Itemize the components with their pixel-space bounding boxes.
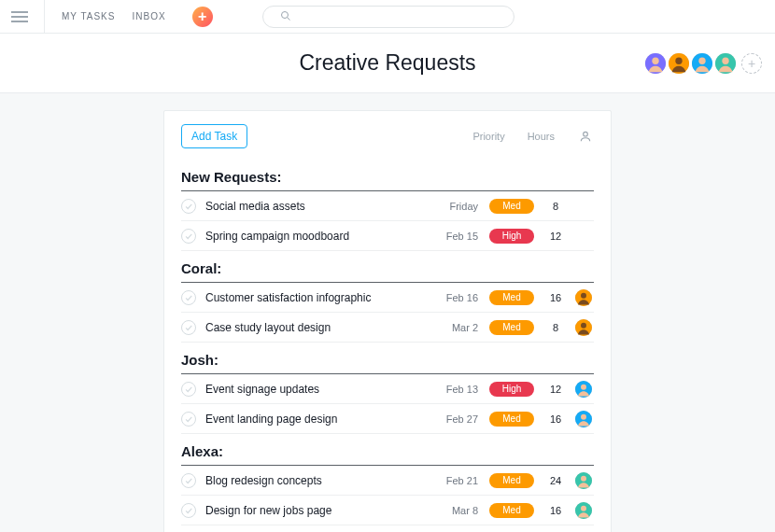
- complete-check-icon[interactable]: [181, 290, 196, 305]
- svg-point-3: [652, 57, 658, 63]
- svg-point-14: [581, 322, 586, 328]
- svg-point-22: [581, 505, 586, 511]
- task-name[interactable]: Blog redesign concepts: [205, 474, 433, 487]
- svg-point-0: [281, 11, 288, 18]
- top-nav: MY TASKS INBOX +: [0, 0, 775, 34]
- task-hours: 12: [543, 231, 568, 242]
- hamburger-menu-icon[interactable]: [11, 0, 45, 33]
- task-name[interactable]: Event signage updates: [205, 383, 433, 396]
- nav-inbox[interactable]: INBOX: [132, 11, 165, 21]
- priority-pill[interactable]: Med: [489, 199, 534, 214]
- task-row[interactable]: Case study layout design Mar 2 Med 8: [181, 313, 594, 343]
- member-avatar[interactable]: [715, 53, 736, 74]
- assignee-avatar[interactable]: [575, 411, 592, 427]
- add-task-button[interactable]: Add Task: [181, 124, 247, 148]
- section-title[interactable]: New Requests:: [181, 160, 594, 191]
- card-header: Add Task Priority Hours: [181, 124, 594, 148]
- task-hours: 8: [543, 201, 568, 212]
- task-due-date: Mar 8: [433, 505, 478, 516]
- task-due-date: Friday: [433, 201, 478, 212]
- task-name[interactable]: Social media assets: [205, 200, 433, 213]
- add-member-button[interactable]: +: [741, 53, 762, 74]
- task-due-date: Mar 2: [433, 322, 478, 333]
- priority-pill[interactable]: Med: [489, 503, 534, 518]
- svg-point-10: [584, 132, 588, 136]
- priority-pill[interactable]: Med: [489, 290, 534, 305]
- svg-point-12: [581, 292, 586, 298]
- task-board: Add Task Priority Hours New Requests: So…: [163, 110, 612, 532]
- complete-check-icon[interactable]: [181, 473, 196, 488]
- task-row[interactable]: Volunteer event poster Mar 30 Low 4: [181, 525, 594, 532]
- col-assignee-icon: [577, 130, 594, 143]
- task-row[interactable]: Design for new jobs page Mar 8 Med 16: [181, 496, 594, 525]
- page-title: Creative Requests: [299, 50, 475, 76]
- task-name[interactable]: Customer satisfaction infographic: [205, 291, 433, 304]
- task-due-date: Feb 27: [433, 413, 478, 425]
- task-name[interactable]: Event landing page design: [205, 413, 433, 426]
- task-hours: 12: [543, 384, 568, 395]
- member-avatar[interactable]: [669, 53, 689, 74]
- svg-point-5: [675, 57, 682, 63]
- column-headers: Priority Hours: [472, 130, 594, 143]
- nav-my-tasks[interactable]: MY TASKS: [62, 11, 115, 21]
- task-row[interactable]: Blog redesign concepts Feb 21 Med 24: [181, 466, 594, 496]
- task-name[interactable]: Case study layout design: [205, 321, 433, 334]
- section-title[interactable]: Alexa:: [181, 434, 594, 466]
- col-priority: Priority: [472, 131, 504, 142]
- svg-point-16: [581, 384, 586, 389]
- task-row[interactable]: Event landing page design Feb 27 Med 16: [181, 404, 594, 434]
- assignee-avatar[interactable]: [575, 319, 592, 336]
- task-hours: 8: [543, 322, 568, 333]
- priority-pill[interactable]: Med: [489, 320, 534, 335]
- task-name[interactable]: Spring campaign moodboard: [205, 230, 433, 243]
- task-row[interactable]: Social media assets Friday Med 8: [181, 191, 594, 221]
- task-due-date: Feb 16: [433, 292, 478, 303]
- task-due-date: Feb 13: [433, 384, 478, 395]
- complete-check-icon[interactable]: [181, 503, 196, 518]
- search-input[interactable]: [262, 6, 514, 28]
- task-hours: 24: [543, 475, 568, 486]
- assignee-avatar[interactable]: [575, 472, 592, 489]
- priority-pill[interactable]: Med: [489, 412, 534, 427]
- priority-pill[interactable]: High: [489, 382, 534, 397]
- svg-point-7: [698, 57, 705, 63]
- svg-point-18: [581, 413, 586, 419]
- add-new-button[interactable]: +: [192, 7, 213, 27]
- complete-check-icon[interactable]: [181, 412, 196, 427]
- task-hours: 16: [543, 413, 568, 425]
- col-hours: Hours: [528, 131, 555, 142]
- assignee-avatar[interactable]: [575, 502, 592, 519]
- assignee-avatar[interactable]: [575, 289, 592, 306]
- complete-check-icon[interactable]: [181, 229, 196, 244]
- section-title[interactable]: Josh:: [181, 343, 594, 374]
- assignee-avatar[interactable]: [575, 381, 592, 398]
- task-due-date: Feb 21: [433, 475, 478, 486]
- priority-pill[interactable]: Med: [489, 473, 534, 488]
- complete-check-icon[interactable]: [181, 382, 196, 397]
- complete-check-icon[interactable]: [181, 320, 196, 335]
- svg-point-20: [581, 475, 586, 481]
- task-row[interactable]: Event signage updates Feb 13 High 12: [181, 374, 594, 404]
- project-members: +: [645, 53, 762, 74]
- task-due-date: Feb 15: [433, 231, 478, 242]
- task-row[interactable]: Customer satisfaction infographic Feb 16…: [181, 283, 594, 313]
- priority-pill[interactable]: High: [489, 229, 534, 244]
- member-avatar[interactable]: [645, 53, 666, 74]
- task-hours: 16: [543, 505, 568, 516]
- section-title[interactable]: Coral:: [181, 251, 594, 283]
- title-bar: Creative Requests +: [0, 34, 775, 93]
- svg-point-9: [722, 57, 728, 63]
- member-avatar[interactable]: [692, 53, 712, 74]
- svg-line-1: [287, 17, 289, 20]
- task-name[interactable]: Design for new jobs page: [205, 504, 433, 517]
- task-hours: 16: [543, 292, 568, 303]
- task-row[interactable]: Spring campaign moodboard Feb 15 High 12: [181, 221, 594, 251]
- complete-check-icon[interactable]: [181, 199, 196, 214]
